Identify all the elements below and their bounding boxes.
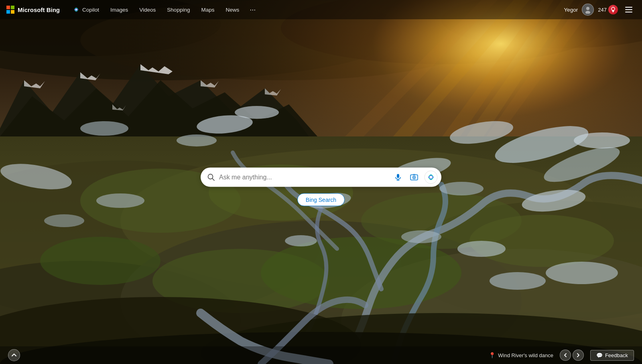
chevron-left-icon <box>563 353 567 357</box>
copilot-button[interactable] <box>423 169 439 185</box>
feedback-label: Feedback <box>605 352 628 358</box>
svg-point-63 <box>612 7 615 10</box>
nav-item-news[interactable]: News <box>221 4 244 15</box>
feedback-button[interactable]: 💬 Feedback <box>590 350 634 361</box>
photo-credit: 📍 Wind River's wild dance <box>489 352 553 358</box>
hamburger-menu[interactable] <box>622 5 636 14</box>
svg-point-72 <box>414 177 415 178</box>
svg-line-65 <box>212 178 214 180</box>
microsoft-logo-icon <box>6 6 14 14</box>
navbar: Microsoft Bing Copilot Images Videos Sho… <box>0 0 642 19</box>
next-photo-button[interactable] <box>573 350 584 361</box>
search-input[interactable] <box>219 173 391 181</box>
svg-point-49 <box>401 230 441 243</box>
svg-point-55 <box>546 262 618 284</box>
svg-point-40 <box>80 121 128 136</box>
copilot-nav-icon <box>73 6 80 13</box>
photo-credit-text: Wind River's wild dance <box>498 352 553 358</box>
svg-point-43 <box>177 134 217 146</box>
bottom-right: 📍 Wind River's wild dance 💬 Feedback <box>489 350 634 361</box>
nav-item-copilot[interactable]: Copilot <box>68 4 104 16</box>
camera-search-icon <box>410 173 418 181</box>
brand-name: Microsoft Bing <box>18 6 60 13</box>
svg-point-33 <box>469 215 614 267</box>
bottom-bar: 📍 Wind River's wild dance 💬 Feedback <box>0 346 642 364</box>
nav-items: Copilot Images Videos Shopping Maps News… <box>68 4 564 16</box>
search-box <box>201 167 441 187</box>
svg-rect-71 <box>413 174 415 175</box>
svg-rect-66 <box>397 174 399 178</box>
nav-item-videos[interactable]: Videos <box>134 4 160 15</box>
scroll-up-button[interactable] <box>8 349 20 361</box>
svg-point-61 <box>586 7 589 10</box>
rewards-icon <box>608 5 618 14</box>
svg-point-50 <box>457 241 506 257</box>
feedback-icon: 💬 <box>596 352 603 358</box>
chevron-right-icon <box>576 353 580 357</box>
nav-right: Yegor 247 <box>564 4 636 16</box>
svg-point-53 <box>44 214 84 227</box>
avatar-icon <box>584 6 592 14</box>
search-actions <box>391 170 421 184</box>
copilot-label: Copilot <box>82 7 99 13</box>
nav-more-button[interactable]: ··· <box>246 4 260 16</box>
bing-search-button[interactable]: Bing Search <box>297 193 345 206</box>
svg-point-42 <box>235 106 279 119</box>
visual-search-button[interactable] <box>407 170 421 184</box>
user-name: Yegor <box>564 7 578 13</box>
search-icon <box>207 173 215 181</box>
search-container: Bing Search <box>201 167 441 206</box>
nav-item-shopping[interactable]: Shopping <box>162 4 195 15</box>
svg-point-48 <box>285 235 317 246</box>
rewards-count: 247 <box>598 7 607 13</box>
svg-point-47 <box>439 182 484 195</box>
nav-item-maps[interactable]: Maps <box>196 4 219 15</box>
brand-logo[interactable]: Microsoft Bing <box>6 6 60 14</box>
rewards-badge[interactable]: 247 <box>598 5 618 14</box>
nav-item-images[interactable]: Images <box>106 4 133 15</box>
microphone-icon <box>394 173 402 181</box>
svg-point-60 <box>75 9 77 10</box>
nav-arrows <box>560 350 584 361</box>
location-icon: 📍 <box>489 352 496 358</box>
prev-photo-button[interactable] <box>560 350 571 361</box>
svg-point-74 <box>430 176 433 179</box>
chevron-up-icon <box>12 353 16 358</box>
svg-point-52 <box>96 193 144 208</box>
user-avatar[interactable] <box>582 4 594 16</box>
svg-point-54 <box>490 272 546 290</box>
svg-point-62 <box>585 11 590 14</box>
copilot-circle-icon <box>424 170 438 184</box>
svg-point-30 <box>40 237 160 285</box>
microphone-button[interactable] <box>391 170 405 184</box>
svg-point-38 <box>574 132 630 148</box>
